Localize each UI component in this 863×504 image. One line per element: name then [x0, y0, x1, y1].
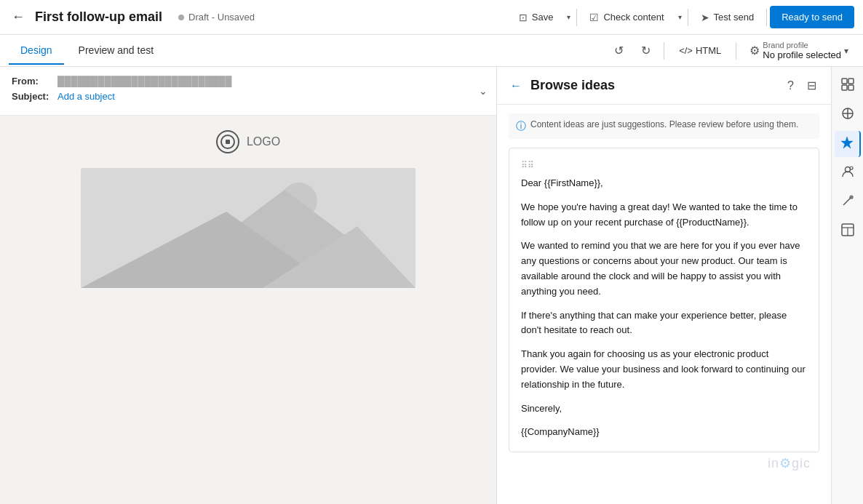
toolbar-divider-3	[766, 9, 767, 26]
email-signature: {{CompanyName}}	[521, 425, 807, 440]
redo-button[interactable]: ↻	[635, 41, 656, 60]
from-label: From:	[12, 76, 52, 87]
subject-field: Subject: Add a subject	[12, 91, 485, 102]
email-closing: Sincerely,	[521, 401, 807, 417]
save-button[interactable]: ⊡ Save	[509, 7, 563, 28]
browse-resize-button[interactable]: ⊟	[804, 76, 819, 95]
draft-dot	[178, 15, 184, 20]
tab-preview[interactable]: Preview and test	[67, 37, 166, 65]
elements-button[interactable]	[835, 102, 861, 128]
check-icon: ☑	[589, 12, 599, 23]
divider-undo	[664, 42, 664, 60]
divider-html	[736, 42, 736, 60]
people-button[interactable]	[835, 160, 861, 186]
browse-help-button[interactable]: ?	[784, 76, 797, 95]
ideas-icon	[840, 136, 854, 152]
send-icon: ➤	[701, 12, 709, 23]
browse-ideas-panel: ← Browse ideas ? ⊟ ⓘ Content ideas are j…	[496, 67, 831, 504]
browse-title: Browse ideas	[530, 78, 777, 93]
email-greeting: Dear {{FirstName}},	[521, 176, 807, 191]
main-content: From: ██████████████████████████ Subject…	[0, 67, 863, 504]
image-placeholder	[81, 168, 415, 288]
html-icon: </>	[679, 45, 693, 56]
svg-marker-14	[841, 137, 853, 148]
svg-rect-10	[848, 85, 854, 90]
second-bar-right: ↺ ↻ </> HTML ⚙ Brand profile No profile …	[608, 38, 854, 63]
toolbar-group: ⊡ Save ▾ ☑ Check content ▾ ➤ Test send R…	[509, 6, 854, 28]
test-send-label: Test send	[714, 12, 755, 23]
save-dropdown-button[interactable]: ▾	[564, 9, 573, 25]
toolbar-divider-2	[688, 9, 688, 26]
email-panel-inner: From: ██████████████████████████ Subject…	[0, 67, 496, 504]
check-dropdown-button[interactable]: ▾	[675, 9, 685, 25]
email-para1: We hope you're having a great day! We wa…	[521, 200, 807, 231]
check-content-button[interactable]: ☑ Check content	[580, 7, 673, 28]
far-right-toolbar	[831, 67, 863, 504]
second-bar: Design Preview and test ↺ ↻ </> HTML ⚙ B…	[0, 35, 863, 67]
svg-rect-8	[848, 79, 854, 84]
page-title: First follow-up email	[35, 9, 162, 25]
email-para4: Thank you again for choosing us as your …	[521, 347, 807, 392]
toolbar-divider-1	[576, 9, 577, 26]
email-header: From: ██████████████████████████ Subject…	[0, 67, 496, 116]
from-field: From: ██████████████████████████	[12, 76, 485, 87]
email-text: Dear {{FirstName}}, We hope you're havin…	[521, 176, 807, 440]
info-notice: ⓘ Content ideas are just suggestions. Pl…	[509, 113, 819, 139]
svg-line-17	[843, 196, 852, 205]
people-icon	[841, 165, 854, 181]
svg-rect-7	[842, 79, 847, 84]
draft-badge: Draft - Unsaved	[178, 12, 255, 23]
style-button[interactable]	[835, 189, 861, 215]
logo-placeholder: LOGO	[175, 130, 321, 153]
draft-status: Draft - Unsaved	[188, 12, 255, 23]
drag-handle: ⠿⠿	[521, 160, 807, 170]
email-para3: If there's anything that can make your e…	[521, 308, 807, 339]
style-icon	[841, 194, 854, 210]
email-editor-panel: From: ██████████████████████████ Subject…	[0, 67, 496, 504]
back-button[interactable]: ←	[9, 7, 28, 28]
html-label: HTML	[696, 45, 721, 56]
browse-back-button[interactable]: ←	[509, 78, 523, 94]
ready-to-send-button[interactable]: Ready to send	[770, 6, 854, 28]
test-send-button[interactable]: ➤ Test send	[691, 7, 764, 28]
svg-rect-1	[226, 140, 230, 144]
elements-icon	[841, 107, 854, 123]
templates-button[interactable]	[835, 218, 861, 244]
email-body: LOGO	[0, 116, 496, 303]
browse-body: ⓘ Content ideas are just suggestions. Pl…	[497, 105, 831, 504]
tab-design[interactable]: Design	[9, 37, 64, 65]
brand-profile-text: Brand profile No profile selected	[763, 41, 841, 60]
templates-icon	[841, 223, 854, 239]
html-button[interactable]: </> HTML	[672, 41, 728, 60]
add-element-button[interactable]	[835, 73, 861, 99]
brand-profile-label: Brand profile	[763, 41, 841, 49]
expand-button[interactable]: ⌄	[479, 85, 488, 97]
info-icon: ⓘ	[516, 120, 526, 133]
brand-profile-value: No profile selected	[763, 49, 841, 60]
subject-label: Subject:	[12, 91, 52, 102]
from-value: ██████████████████████████	[57, 76, 231, 87]
logo-icon	[216, 130, 239, 153]
brand-profile-selector[interactable]: ⚙ Brand profile No profile selected ▾	[744, 38, 854, 63]
logo-text: LOGO	[247, 135, 280, 148]
check-content-label: Check content	[603, 12, 664, 23]
undo-button[interactable]: ↺	[608, 41, 629, 60]
svg-rect-9	[842, 85, 847, 90]
info-text: Content ideas are just suggestions. Plea…	[530, 119, 798, 129]
top-bar: ← First follow-up email Draft - Unsaved …	[0, 0, 863, 35]
subject-value[interactable]: Add a subject	[57, 91, 115, 102]
ideas-button[interactable]	[835, 131, 861, 157]
inogic-watermark: in⚙gic	[509, 452, 819, 474]
email-content-box: ⠿⠿ Dear {{FirstName}}, We hope you're ha…	[509, 148, 819, 452]
save-icon: ⊡	[519, 12, 528, 23]
brand-profile-icon: ⚙	[749, 44, 760, 57]
email-para2: We wanted to remind you that we are here…	[521, 239, 807, 299]
svg-point-16	[850, 167, 853, 169]
browse-header: ← Browse ideas ? ⊟	[497, 67, 831, 105]
chevron-down-icon: ▾	[844, 46, 848, 56]
save-label: Save	[532, 12, 554, 23]
add-icon	[841, 78, 854, 94]
